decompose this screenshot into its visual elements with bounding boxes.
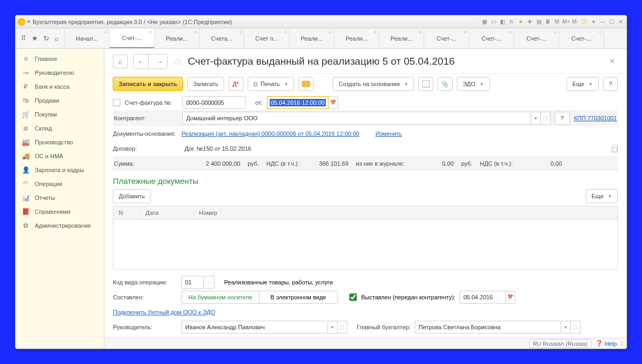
memory-mminus[interactable]: M- bbox=[571, 18, 579, 26]
apps-icon[interactable]: ⠿ bbox=[21, 34, 26, 42]
dropdown-icon[interactable]: ▾ bbox=[531, 112, 541, 125]
more-button[interactable]: Еще▼ bbox=[586, 189, 618, 203]
close-tab-button[interactable]: × bbox=[607, 57, 618, 66]
seg-electronic-option[interactable]: В электронном виде bbox=[259, 291, 337, 303]
add-icon[interactable]: ✚ bbox=[526, 18, 533, 26]
memory-mplus[interactable]: M+ bbox=[562, 18, 570, 26]
tab[interactable]: Счет п...× bbox=[244, 28, 289, 48]
close-tab-icon[interactable]: × bbox=[464, 29, 467, 35]
tab[interactable]: Счета...× bbox=[200, 28, 244, 48]
sidebar-item[interactable]: 🏭Производство bbox=[16, 135, 104, 149]
tool-icon[interactable]: ▤ bbox=[535, 18, 542, 26]
tab[interactable]: Реали...× bbox=[155, 28, 200, 48]
info-icon[interactable]: ⓘ bbox=[580, 18, 588, 26]
close-tab-icon[interactable]: × bbox=[509, 29, 511, 35]
open-ref-icon[interactable]: ⬚ bbox=[338, 321, 347, 334]
tab[interactable]: Счет-...× bbox=[514, 28, 559, 48]
accountant-input[interactable] bbox=[415, 321, 561, 334]
sidebar-item[interactable]: 🛍Продажи bbox=[16, 94, 104, 107]
tool-icon[interactable]: ▭ bbox=[490, 18, 497, 26]
report-button[interactable] bbox=[418, 77, 433, 91]
calc-icon[interactable]: 🖩 bbox=[544, 18, 552, 26]
tab[interactable]: Счет-...× bbox=[469, 28, 514, 48]
tool-icon[interactable]: ▦ bbox=[480, 18, 488, 26]
back-button[interactable]: ← bbox=[134, 55, 149, 68]
grid-col-n[interactable]: N bbox=[113, 206, 140, 219]
create-based-button[interactable]: Создать на основании▼ bbox=[333, 77, 414, 91]
resize-grip-icon[interactable]: ⁞ bbox=[621, 340, 623, 347]
close-tab-icon[interactable]: × bbox=[419, 29, 422, 35]
tab[interactable]: Начал...× bbox=[65, 28, 110, 48]
tab[interactable]: Счет-...× bbox=[424, 28, 469, 48]
tab[interactable]: Реали...× bbox=[379, 28, 424, 48]
tool-icon[interactable]: ⎘ bbox=[508, 18, 515, 26]
help-link[interactable]: ❓Help bbox=[595, 340, 617, 347]
memory-m[interactable]: M bbox=[553, 18, 561, 26]
email-button[interactable] bbox=[299, 77, 314, 91]
close-tab-icon[interactable]: × bbox=[104, 29, 107, 35]
more-button[interactable]: Еще▼ bbox=[567, 77, 599, 91]
open-ref-icon[interactable]: ⬚ bbox=[541, 112, 551, 125]
grid-col-date[interactable]: Дата bbox=[140, 206, 194, 219]
tool-icon[interactable]: ◧ bbox=[499, 18, 506, 26]
tab[interactable]: Реали...× bbox=[289, 28, 334, 48]
contract-input[interactable] bbox=[181, 142, 607, 155]
kpp-link[interactable]: КПП 770301001 bbox=[574, 115, 617, 121]
minimize-icon[interactable]: — bbox=[599, 18, 606, 26]
open-ref-icon[interactable]: ⬚ bbox=[571, 321, 580, 334]
tab[interactable]: Реали...× bbox=[334, 28, 379, 48]
sidebar-item[interactable]: 📕Справочники bbox=[16, 205, 104, 219]
sidebar-item[interactable]: ↝Руководителю bbox=[16, 66, 104, 80]
dropdown-icon[interactable]: ▾ bbox=[561, 321, 571, 334]
favorite-icon[interactable]: ★ bbox=[32, 34, 38, 42]
save-close-button[interactable]: Записать и закрыть bbox=[113, 77, 183, 91]
manager-input[interactable] bbox=[181, 321, 328, 334]
basis-change-link[interactable]: Изменить bbox=[376, 130, 402, 137]
print-button[interactable]: ⎙Печать▼ bbox=[248, 77, 294, 91]
sidebar-item[interactable]: 🚚ОС и НМА bbox=[16, 149, 104, 163]
maximize-icon[interactable]: ☐ bbox=[608, 18, 615, 26]
op-code-input[interactable] bbox=[181, 276, 204, 289]
close-tab-icon[interactable]: × bbox=[239, 29, 242, 35]
handed-date-input[interactable] bbox=[460, 291, 506, 304]
close-tab-icon[interactable]: × bbox=[194, 29, 197, 35]
close-tab-icon[interactable]: × bbox=[554, 29, 556, 35]
handed-checkbox[interactable] bbox=[349, 293, 357, 301]
calendar-icon[interactable]: 📅 bbox=[328, 96, 338, 109]
date-input[interactable]: 05.04.2016 12:00:00 bbox=[267, 96, 328, 109]
history-icon[interactable]: ↻ bbox=[43, 34, 49, 42]
calendar-icon[interactable]: 📅 bbox=[506, 291, 515, 304]
star-icon[interactable]: ★ bbox=[517, 18, 524, 26]
tab[interactable]: Счет-...× bbox=[110, 28, 155, 48]
sidebar-item[interactable]: 📊Отчеты bbox=[16, 191, 104, 205]
grid-col-number[interactable]: Номер bbox=[194, 206, 617, 219]
close-tab-icon[interactable]: × bbox=[284, 29, 287, 35]
lang-indicator[interactable]: RU Russian (Russia) bbox=[529, 339, 592, 348]
seg-paper-option[interactable]: На бумажном носителе bbox=[182, 291, 259, 303]
home-button[interactable]: ⌂ bbox=[113, 55, 128, 68]
sidebar-item[interactable]: 🛒Покупки bbox=[16, 107, 104, 121]
picker-icon[interactable]: ⋯ bbox=[204, 276, 215, 289]
sidebar-item[interactable]: ≣Склад bbox=[16, 121, 104, 135]
forward-button[interactable]: → bbox=[152, 55, 167, 68]
edo-connect-link[interactable]: Подключить Уютный дом ООО к ЭДО bbox=[113, 309, 215, 315]
help-button[interactable]: ? bbox=[603, 77, 618, 91]
tab[interactable]: Счет-...× bbox=[559, 28, 604, 48]
attach-button[interactable]: 📎 bbox=[438, 77, 453, 91]
dropdown-icon[interactable]: ▾ bbox=[27, 18, 30, 25]
add-button[interactable]: Добавить bbox=[113, 189, 151, 203]
sidebar-item[interactable]: ≡Главное bbox=[16, 52, 104, 66]
sidebar-item[interactable]: ₽Банк и касса bbox=[16, 80, 104, 94]
sidebar-item[interactable]: ᴬᵀОперации bbox=[16, 177, 104, 191]
close-tab-icon[interactable]: × bbox=[329, 29, 332, 35]
close-tab-icon[interactable]: × bbox=[599, 29, 601, 35]
dropdown-icon[interactable]: ▾ bbox=[328, 321, 338, 334]
grid-body[interactable] bbox=[113, 220, 617, 269]
close-tab-icon[interactable]: × bbox=[149, 29, 152, 35]
basis-link[interactable]: Реализация (акт, накладная) 0000-000006 … bbox=[181, 130, 360, 137]
save-button[interactable]: Записать bbox=[187, 77, 224, 91]
close-tab-icon[interactable]: × bbox=[374, 29, 377, 35]
close-icon[interactable]: ✕ bbox=[617, 18, 624, 26]
movements-button[interactable]: Дᴷ bbox=[228, 77, 243, 91]
number-input[interactable] bbox=[182, 96, 246, 109]
